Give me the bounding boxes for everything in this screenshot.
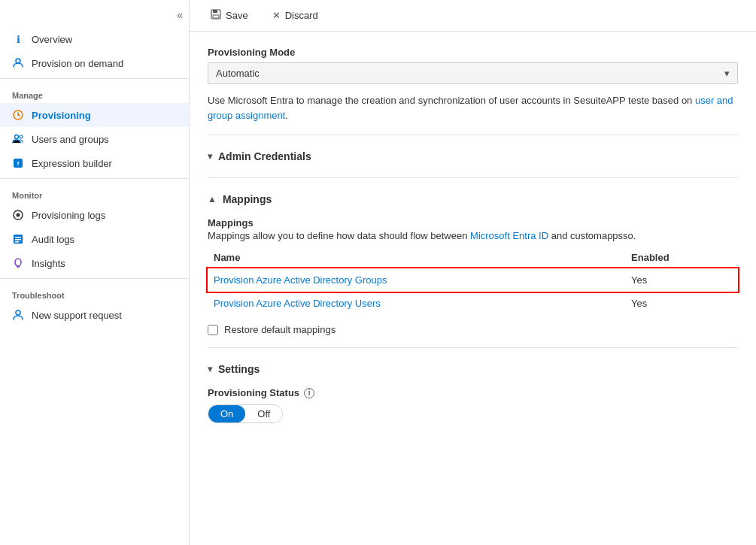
users-groups-icon xyxy=(12,133,24,145)
admin-credentials-header[interactable]: ▾ Admin Credentials xyxy=(208,147,738,165)
save-label: Save xyxy=(226,10,248,21)
mappings-description: Mappings allow you to define how data sh… xyxy=(208,230,738,241)
sidebar-item-audit-logs[interactable]: Audit logs xyxy=(0,227,189,251)
svg-point-0 xyxy=(16,59,20,63)
insights-icon xyxy=(12,257,24,269)
sidebar-item-users-and-groups[interactable]: Users and groups xyxy=(0,127,189,151)
sidebar-item-provision-on-demand[interactable]: Provision on demand xyxy=(0,51,189,75)
sidebar-divider-monitor xyxy=(0,178,189,179)
settings-section-label: Settings xyxy=(218,363,260,375)
chevron-down-icon: ▾ xyxy=(724,68,730,79)
sidebar-item-label: Expression builder xyxy=(32,158,112,169)
admin-credentials-chevron-icon: ▾ xyxy=(208,151,212,162)
support-request-icon xyxy=(12,309,24,321)
provision-groups-link[interactable]: Provision Azure Active Directory Groups xyxy=(214,274,387,286)
sidebar-item-label: Provisioning logs xyxy=(32,210,105,221)
provisioning-status-label: Provisioning Status i xyxy=(208,387,738,398)
section-divider-3 xyxy=(208,347,738,348)
status-label-text: Provisioning Status xyxy=(208,387,299,398)
sidebar-item-label: Audit logs xyxy=(32,234,74,245)
provision-on-demand-icon xyxy=(12,57,24,69)
toggle-on-button[interactable]: On xyxy=(208,405,245,422)
restore-label: Restore default mappings xyxy=(224,324,335,335)
svg-rect-10 xyxy=(15,239,21,241)
section-divider-2 xyxy=(208,177,738,178)
svg-text:f: f xyxy=(17,160,20,167)
provisioning-logs-icon xyxy=(12,209,24,221)
provisioning-mode-label: Provisioning Mode xyxy=(208,47,738,58)
toggle-off-button[interactable]: Off xyxy=(245,405,282,422)
sidebar: « ℹ Overview Provision on demand Manage … xyxy=(0,0,190,545)
monitor-section-label: Monitor xyxy=(0,182,189,203)
provision-users-link[interactable]: Provision Azure Active Directory Users xyxy=(214,298,381,309)
admin-credentials-label: Admin Credentials xyxy=(218,150,311,162)
toolbar: Save ✕ Discard xyxy=(190,0,756,32)
sidebar-divider-troubleshoot xyxy=(0,278,189,279)
sidebar-divider-manage xyxy=(0,78,189,79)
svg-point-12 xyxy=(15,259,21,266)
sidebar-item-provisioning[interactable]: Provisioning xyxy=(0,103,189,127)
sidebar-item-label: Overview xyxy=(32,34,72,45)
mappings-title: Mappings xyxy=(208,217,738,229)
mapping-enabled-users: Yes xyxy=(625,292,738,315)
main-content: Save ✕ Discard Provisioning Mode Automat… xyxy=(190,0,756,545)
content-area: Provisioning Mode Automatic ▾ Use Micros… xyxy=(190,32,756,545)
manage-section-label: Manage xyxy=(0,82,189,103)
svg-rect-11 xyxy=(15,241,19,243)
table-row: Provision Azure Active Directory Users Y… xyxy=(208,292,738,315)
sidebar-item-label: Provisioning xyxy=(32,110,91,121)
restore-mapping-container: Restore default mappings xyxy=(208,324,738,335)
provisioning-mode-value: Automatic xyxy=(216,68,260,79)
discard-button[interactable]: ✕ Discard xyxy=(266,7,324,24)
sidebar-item-label: Insights xyxy=(32,258,65,269)
mappings-section-label: Mappings xyxy=(223,193,272,205)
save-icon xyxy=(211,9,221,22)
settings-chevron-icon: ▾ xyxy=(208,364,212,374)
mapping-enabled-groups: Yes xyxy=(625,268,738,292)
sidebar-item-new-support-request[interactable]: New support request xyxy=(0,303,189,327)
restore-default-checkbox[interactable] xyxy=(208,325,218,335)
col-enabled: Enabled xyxy=(625,247,738,268)
info-text: Use Microsoft Entra to manage the creati… xyxy=(208,93,738,123)
collapse-icon[interactable]: « xyxy=(177,9,183,21)
mappings-header[interactable]: ▲ Mappings xyxy=(208,190,738,208)
discard-icon: ✕ xyxy=(272,10,281,21)
info-icon[interactable]: i xyxy=(304,388,314,398)
entra-link[interactable]: Microsoft Entra ID xyxy=(470,230,548,241)
troubleshoot-section-label: Troubleshoot xyxy=(0,282,189,303)
mapping-name-users[interactable]: Provision Azure Active Directory Users xyxy=(208,292,625,315)
section-divider-1 xyxy=(208,135,738,135)
discard-label: Discard xyxy=(285,10,318,21)
overview-icon: ℹ xyxy=(12,33,24,45)
save-button[interactable]: Save xyxy=(205,6,254,25)
sidebar-item-provisioning-logs[interactable]: Provisioning logs xyxy=(0,203,189,227)
mapping-name-groups[interactable]: Provision Azure Active Directory Groups xyxy=(208,268,625,292)
toggle-group: On Off xyxy=(208,404,283,423)
provisioning-icon xyxy=(12,109,24,121)
sidebar-item-overview[interactable]: ℹ Overview xyxy=(0,27,189,51)
svg-point-7 xyxy=(17,213,20,217)
audit-logs-icon xyxy=(12,233,24,245)
svg-point-2 xyxy=(15,135,19,139)
info-text-content: Use Microsoft Entra to manage the creati… xyxy=(208,95,695,106)
mappings-chevron-icon: ▲ xyxy=(208,194,217,204)
sidebar-item-label: Users and groups xyxy=(32,134,109,145)
settings-header[interactable]: ▾ Settings xyxy=(208,360,738,378)
svg-rect-18 xyxy=(213,15,219,18)
sidebar-item-label: Provision on demand xyxy=(32,58,123,69)
provisioning-mode-select[interactable]: Automatic ▾ xyxy=(208,62,738,84)
sidebar-item-expression-builder[interactable]: f Expression builder xyxy=(0,151,189,175)
mappings-table: Name Enabled Provision Azure Active Dire… xyxy=(208,247,738,315)
svg-rect-9 xyxy=(15,237,21,238)
svg-rect-17 xyxy=(213,10,217,13)
sidebar-collapse-button[interactable]: « xyxy=(0,6,189,27)
settings-content: Provisioning Status i On Off xyxy=(208,387,738,423)
table-row: Provision Azure Active Directory Groups … xyxy=(208,268,738,292)
sidebar-item-label: New support request xyxy=(32,310,122,321)
expression-builder-icon: f xyxy=(12,157,24,169)
col-name: Name xyxy=(208,247,625,268)
svg-point-15 xyxy=(16,310,20,315)
svg-rect-13 xyxy=(17,266,20,268)
svg-rect-14 xyxy=(17,268,19,268)
sidebar-item-insights[interactable]: Insights xyxy=(0,251,189,275)
